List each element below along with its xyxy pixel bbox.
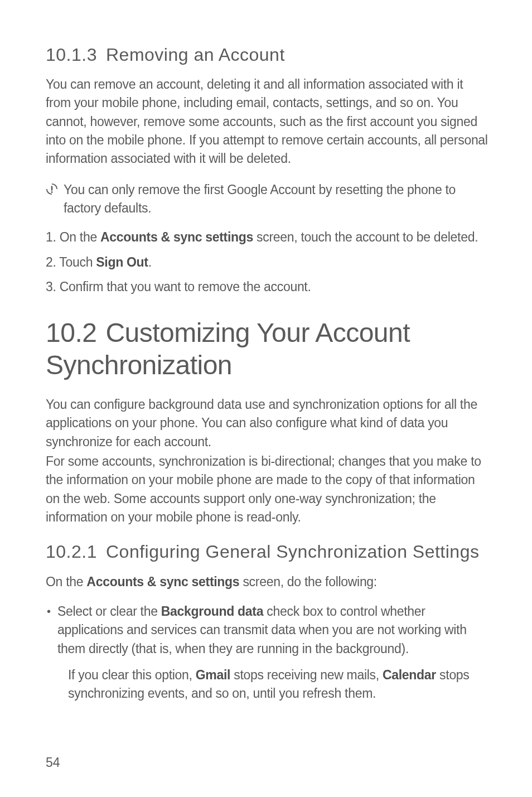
bullet-item: • Select or clear the Background data ch… — [46, 602, 489, 658]
step-number: 3. — [46, 279, 56, 294]
intro-post: screen, do the following: — [239, 574, 377, 589]
intro-bold: Accounts & sync settings — [86, 574, 239, 589]
heading-number: 10.2.1 — [46, 542, 97, 562]
svg-point-1 — [51, 191, 53, 193]
sub-bold-2: Calendar — [383, 668, 436, 682]
step-number: 1. — [46, 230, 56, 244]
step-text-pre: On the — [60, 230, 100, 244]
heading-10-1-3: 10.1.3Removing an Account — [46, 45, 489, 65]
heading-number: 10.1.3 — [46, 45, 97, 65]
step-text-pre: Touch — [59, 255, 96, 269]
step-2: 2. Touch Sign Out. — [46, 253, 489, 272]
step-text-bold: Accounts & sync settings — [100, 230, 253, 244]
svg-rect-0 — [51, 186, 53, 190]
step-1: 1. On the Accounts & sync settings scree… — [46, 228, 489, 247]
sub-note: If you clear this option, Gmail stops re… — [68, 666, 489, 703]
info-caution-icon — [46, 183, 58, 195]
intro-pre: On the — [46, 574, 86, 589]
bullet-text: Select or clear the Background data chec… — [57, 602, 489, 658]
heading-title: Removing an Account — [106, 45, 285, 65]
step-text: Confirm that you want to remove the acco… — [60, 279, 311, 294]
step-number: 2. — [46, 255, 56, 269]
sub-mid: stops receiving new mails, — [230, 668, 383, 682]
paragraph-remove-account: You can remove an account, deleting it a… — [46, 75, 489, 168]
paragraph-sync-2: For some accounts, synchronization is bi… — [46, 452, 489, 526]
step-text-post: . — [148, 255, 152, 269]
step-text-post: screen, touch the account to be deleted. — [253, 230, 478, 244]
intro-line: On the Accounts & sync settings screen, … — [46, 572, 489, 592]
bullet-marker: • — [47, 602, 51, 620]
page-number: 54 — [46, 755, 60, 770]
bullet-pre: Select or clear the — [57, 604, 161, 619]
heading-title: Customizing Your Account Synchronization — [46, 318, 410, 380]
step-3: 3. Confirm that you want to remove the a… — [46, 277, 489, 297]
note-callout: You can only remove the first Google Acc… — [46, 181, 489, 218]
heading-number: 10.2 — [46, 318, 96, 347]
sub-pre: If you clear this option, — [68, 668, 196, 682]
note-text: You can only remove the first Google Acc… — [64, 181, 489, 218]
paragraph-sync-1: You can configure background data use an… — [46, 395, 489, 451]
heading-10-2-1: 10.2.1Configuring General Synchronizatio… — [46, 542, 489, 562]
heading-10-2: 10.2Customizing Your Account Synchroniza… — [46, 317, 489, 381]
step-text-bold: Sign Out — [96, 255, 148, 269]
heading-title: Configuring General Synchronization Sett… — [106, 542, 479, 562]
sub-bold-1: Gmail — [196, 668, 230, 682]
bullet-bold: Background data — [161, 604, 263, 619]
